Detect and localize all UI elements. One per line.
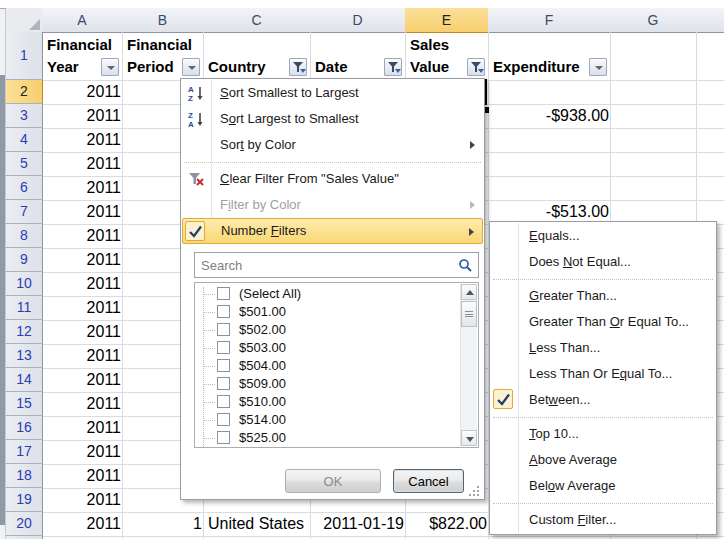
filter-value-select-all[interactable]: (Select All) (195, 285, 478, 303)
select-all-corner[interactable] (6, 8, 43, 33)
filter-value-525-00[interactable]: $525.00 (195, 429, 478, 447)
filter-dropdown-button-B[interactable] (182, 58, 200, 76)
menu-item-greater-than-or-equal-to[interactable]: Greater Than Or Equal To... (491, 309, 715, 335)
cell-A6[interactable]: 2011 (43, 176, 127, 200)
filter-value-502-00[interactable]: $502.00 (195, 321, 478, 339)
header-cell-E1[interactable]: SalesValue (406, 33, 488, 79)
filter-value-503-00[interactable]: $503.00 (195, 339, 478, 357)
cell-A2[interactable]: 2011 (43, 80, 127, 104)
col-header-D[interactable]: D (310, 8, 405, 33)
row-header-19[interactable]: 19 (6, 488, 43, 512)
filter-value-514-00[interactable]: $514.00 (195, 411, 478, 429)
cell-C20[interactable]: United States (204, 512, 313, 536)
row-header-20[interactable]: 20 (6, 512, 43, 536)
col-header-C[interactable]: C (203, 8, 310, 33)
menu-resize-grip[interactable] (469, 486, 479, 496)
cell-A18[interactable]: 2011 (43, 464, 127, 488)
cell-A9[interactable]: 2011 (43, 248, 127, 272)
row-header-15[interactable]: 15 (6, 392, 43, 416)
cell-A17[interactable]: 2011 (43, 440, 127, 464)
cancel-button[interactable]: Cancel (393, 469, 464, 493)
row-header-6[interactable]: 6 (6, 176, 43, 200)
list-scrollbar[interactable] (460, 284, 477, 446)
menu-item-above-average[interactable]: Above Average (491, 447, 715, 473)
cell-A8[interactable]: 2011 (43, 224, 127, 248)
row-header-13[interactable]: 13 (6, 344, 43, 368)
col-header-partial[interactable] (696, 8, 724, 33)
filter-funnel-button-E[interactable] (467, 58, 485, 76)
row-header-3[interactable]: 3 (6, 104, 43, 128)
cell-A15[interactable]: 2011 (43, 392, 127, 416)
col-header-E[interactable]: E (405, 8, 488, 33)
filter-value-504-00[interactable]: $504.00 (195, 357, 478, 375)
scrollbar-thumb[interactable] (461, 301, 477, 327)
filter-dropdown-button-F[interactable] (589, 58, 607, 76)
menu-item-greater-than[interactable]: Greater Than... (491, 283, 715, 309)
header-cell-A1[interactable]: FinancialYear (43, 33, 122, 79)
value-checkbox[interactable] (217, 341, 230, 354)
value-checkbox[interactable] (217, 323, 230, 336)
cell-A13[interactable]: 2011 (43, 344, 127, 368)
row-header-18[interactable]: 18 (6, 464, 43, 488)
value-checkbox[interactable] (217, 413, 230, 426)
filter-value-partial[interactable] (195, 447, 478, 448)
menu-item-sort-smallest-to-largest[interactable]: AZSort Smallest to Largest (182, 80, 483, 106)
row-header-12[interactable]: 12 (6, 320, 43, 344)
row-header-7[interactable]: 7 (6, 200, 43, 224)
value-checkbox[interactable] (217, 431, 230, 444)
header-cell-F1[interactable]: Expenditure (489, 33, 610, 79)
row-header-10[interactable]: 10 (6, 272, 43, 296)
row-header-8[interactable]: 8 (6, 224, 43, 248)
cell-A20[interactable]: 2011 (43, 512, 127, 536)
menu-item-number-filters[interactable]: Number Filters (182, 218, 483, 244)
value-checkbox[interactable] (217, 395, 230, 408)
value-checkbox[interactable] (217, 305, 230, 318)
col-header-F[interactable]: F (488, 8, 610, 33)
cell-A3[interactable]: 2011 (43, 104, 127, 128)
row-header-9[interactable]: 9 (6, 248, 43, 272)
cell-A14[interactable]: 2011 (43, 368, 127, 392)
cell-A7[interactable]: 2011 (43, 200, 127, 224)
cell-B20[interactable]: 1 (123, 512, 208, 536)
filter-value-509-00[interactable]: $509.00 (195, 375, 478, 393)
cell-A11[interactable]: 2011 (43, 296, 127, 320)
value-checkbox[interactable] (217, 359, 230, 372)
scroll-down-button[interactable] (461, 430, 477, 446)
value-checkbox[interactable] (217, 377, 230, 390)
ok-button[interactable]: OK (285, 469, 381, 493)
search-input[interactable] (195, 253, 478, 277)
cell-D20[interactable]: 2011-01-19 (311, 512, 410, 536)
cell-A10[interactable]: 2011 (43, 272, 127, 296)
scroll-up-button[interactable] (461, 284, 477, 300)
menu-item-filter-by-color[interactable]: Filter by Color (182, 192, 483, 218)
menu-item-top-10[interactable]: Top 10... (491, 421, 715, 447)
row-header-14[interactable]: 14 (6, 368, 43, 392)
row-header-16[interactable]: 16 (6, 416, 43, 440)
value-checkbox[interactable] (217, 287, 230, 300)
filter-funnel-button-D[interactable] (384, 58, 402, 76)
left-scrollbar-thumb[interactable] (0, 75, 5, 525)
filter-value-501-00[interactable]: $501.00 (195, 303, 478, 321)
row-header-4[interactable]: 4 (6, 128, 43, 152)
filter-dropdown-button-A[interactable] (101, 58, 119, 76)
filter-value-510-00[interactable]: $510.00 (195, 393, 478, 411)
menu-item-sort-by-color[interactable]: Sort by Color (182, 132, 483, 158)
menu-item-below-average[interactable]: Below Average (491, 473, 715, 499)
row-header-1[interactable]: 1 (6, 32, 43, 80)
menu-item-clear-filter-from-sales-value[interactable]: Clear Filter From "Sales Value" (182, 166, 483, 192)
header-cell-B1[interactable]: FinancialPeriod (123, 33, 203, 79)
cell-A12[interactable]: 2011 (43, 320, 127, 344)
col-header-A[interactable]: A (42, 8, 122, 33)
row-header-11[interactable]: 11 (6, 296, 43, 320)
filter-funnel-button-C[interactable] (289, 58, 307, 76)
cell-A4[interactable]: 2011 (43, 128, 127, 152)
menu-item-less-than[interactable]: Less Than... (491, 335, 715, 361)
row-header-17[interactable]: 17 (6, 440, 43, 464)
menu-item-does-not-equal[interactable]: Does Not Equal... (491, 249, 715, 275)
cell-A16[interactable]: 2011 (43, 416, 127, 440)
cell-A19[interactable]: 2011 (43, 488, 127, 512)
row-header-2[interactable]: 2 (6, 80, 43, 104)
header-cell-C1[interactable]: Country (204, 33, 310, 79)
menu-item-sort-largest-to-smallest[interactable]: ZASort Largest to Smallest (182, 106, 483, 132)
menu-item-less-than-or-equal-to[interactable]: Less Than Or Equal To... (491, 361, 715, 387)
